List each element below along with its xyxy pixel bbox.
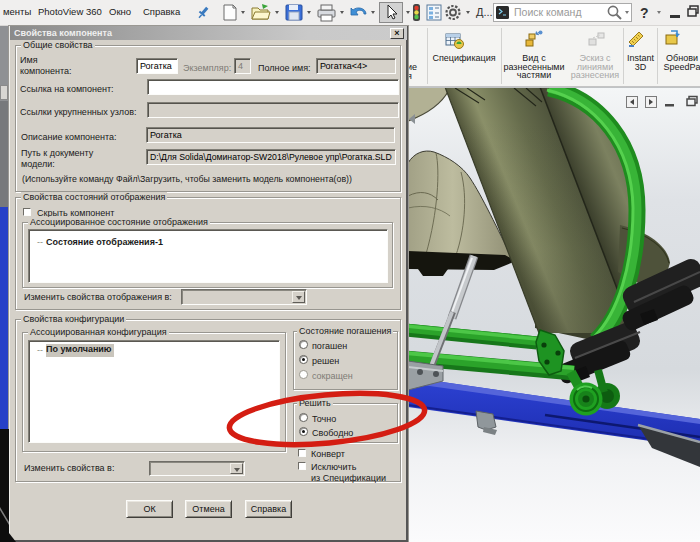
svg-text:?: ? [640, 5, 649, 21]
svg-text:Поиск команд: Поиск команд [514, 6, 582, 18]
svg-text:Д...: Д... [476, 6, 493, 18]
